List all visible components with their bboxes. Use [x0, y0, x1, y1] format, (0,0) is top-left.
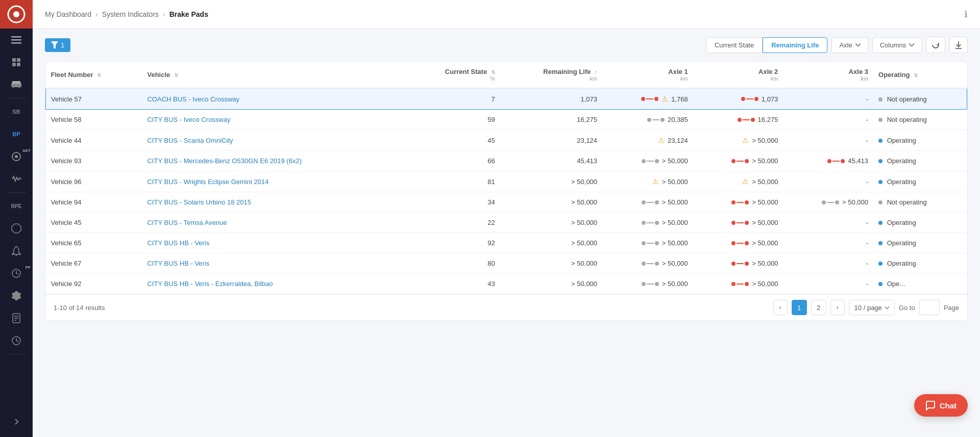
sidebar-item-aet[interactable]: AET [0, 145, 33, 168]
vehicle-cell[interactable]: CITY BUS - Solaris Urbino 18 2015 [142, 192, 404, 213]
main-content: My Dashboard › System Indicators › Brake… [33, 0, 980, 437]
axle1-value: > 50,000 [662, 280, 688, 288]
vehicle-cell[interactable]: COACH BUS - Iveco Crossway [142, 88, 404, 110]
vehicle-cell[interactable]: CITY BUS - Wrights Eclipse Gemini 2014 [142, 171, 404, 192]
axle2-value: > 50,000 [752, 219, 778, 226]
table-row[interactable]: Vehicle 58 CITY BUS - Iveco Crossway 59 … [46, 110, 967, 130]
col-remaining-life[interactable]: Remaining Life ↑ km [500, 62, 602, 88]
col-axle3[interactable]: Axle 3 km [783, 62, 873, 88]
table-row[interactable]: Vehicle 44 CITY BUS - Scania OmniCity 45… [46, 130, 967, 151]
sidebar-item-bp[interactable]: BP [0, 123, 33, 145]
col-axle1[interactable]: Axle 1 km [602, 62, 693, 88]
sidebar-item-pf[interactable]: PF [0, 262, 33, 285]
sidebar-item-bpe[interactable]: BPE [0, 195, 33, 217]
axle-gray-bar-icon [642, 221, 659, 225]
vehicle-cell[interactable]: CITY BUS HB - Veris [142, 253, 404, 274]
vehicle-cell[interactable]: CITY BUS HB - Veris [142, 233, 404, 253]
col-vehicle[interactable]: Vehicle ⇅ [142, 62, 404, 88]
axle-gray-bar-icon [822, 200, 839, 204]
operating-status-dot [878, 159, 883, 163]
svg-rect-6 [17, 58, 20, 62]
vehicle-cell[interactable]: CITY BUS - Scania OmniCity [142, 130, 404, 151]
axle1-value: 1,768 [671, 95, 688, 103]
sidebar-item-history[interactable] [0, 329, 33, 352]
table-row[interactable]: Vehicle 94 CITY BUS - Solaris Urbino 18 … [46, 192, 967, 213]
remaining-life-toggle[interactable]: Remaining Life [763, 37, 827, 53]
page-1-button[interactable]: 1 [792, 300, 807, 315]
col-axle2[interactable]: Axle 2 km [693, 62, 783, 88]
sidebar-item-map[interactable] [0, 217, 33, 240]
svg-rect-5 [12, 58, 16, 62]
axle2-cell: > 50,000 [693, 253, 783, 274]
vehicle-cell[interactable]: CITY BUS - Mercedes-Benz O530GN E6 2019 … [142, 151, 404, 171]
breadcrumb: My Dashboard › System Indicators › Brake… [45, 10, 208, 18]
vehicle-cell[interactable]: CITY BUS HB - Veris - Ezkerraldea, Bilba… [142, 274, 404, 294]
vehicle-cell[interactable]: CITY BUS - Iveco Crossway [142, 110, 404, 130]
sidebar-item-al[interactable] [0, 168, 33, 190]
axle2-value: > 50,000 [752, 198, 778, 206]
sidebar-item-reports[interactable] [0, 307, 33, 329]
axle1-value: 20,385 [668, 116, 688, 123]
operating-value: Operating [887, 260, 916, 267]
chat-button[interactable]: Chat [914, 394, 968, 417]
table-row[interactable]: Vehicle 92 CITY BUS HB - Veris - Ezkerra… [46, 274, 967, 294]
remaining-life-cell: > 50,000 [500, 253, 602, 274]
table-row[interactable]: Vehicle 45 CITY BUS - Temsa Avenue 22 > … [46, 213, 967, 233]
axle-red-bar-icon [731, 200, 749, 204]
current-state-toggle[interactable]: Current State [706, 37, 763, 53]
operating-status-dot [878, 180, 883, 184]
breadcrumb-home[interactable]: My Dashboard [45, 10, 91, 18]
sidebar-item-dashboard[interactable] [0, 51, 33, 73]
axle-gray-bar-icon [642, 282, 659, 286]
pagination: 1-10 of 14 results ‹ 1 2 › 10 / page Go … [45, 294, 967, 320]
axle-red-bar-icon [827, 159, 845, 163]
axle-red-bar-icon [731, 159, 749, 163]
operating-status-dot [878, 118, 883, 122]
page-2-button[interactable]: 2 [811, 300, 826, 315]
svg-point-1 [13, 11, 19, 17]
columns-dropdown[interactable]: Columns [872, 37, 922, 53]
next-page-button[interactable]: › [830, 300, 845, 315]
axle3-value: - [866, 280, 868, 288]
filter-button[interactable]: 1 [45, 38, 70, 52]
table-row[interactable]: Vehicle 96 CITY BUS - Wrights Eclipse Ge… [46, 171, 967, 192]
axle1-cell: ⚠ > 50,000 [602, 171, 693, 192]
fleet-number-cell: Vehicle 44 [46, 130, 142, 151]
per-page-dropdown[interactable]: 10 / page [849, 300, 895, 315]
vehicle-cell[interactable]: CITY BUS - Temsa Avenue [142, 213, 404, 233]
operating-cell: Operating [873, 130, 967, 151]
sidebar-item-bell[interactable] [0, 240, 33, 262]
menu-toggle-button[interactable] [0, 29, 33, 51]
prev-page-button[interactable]: ‹ [773, 300, 788, 315]
refresh-button[interactable] [926, 37, 945, 53]
axle1-cell: ⚠ 1,768 [602, 88, 693, 110]
info-icon[interactable]: ℹ [964, 9, 968, 19]
col-current-state[interactable]: Current State ⇅ % [404, 62, 500, 88]
svg-point-12 [18, 86, 20, 88]
table-row[interactable]: Vehicle 93 CITY BUS - Mercedes-Benz O530… [46, 151, 967, 171]
sidebar-item-vehicles[interactable] [0, 73, 33, 96]
app-logo[interactable] [0, 0, 33, 29]
axle-dropdown[interactable]: Axle [831, 37, 868, 53]
breadcrumb-system[interactable]: System Indicators [102, 10, 159, 18]
axle-red-bar-icon [641, 97, 658, 101]
download-button[interactable] [949, 37, 968, 53]
fleet-number-cell: Vehicle 67 [46, 253, 142, 274]
sidebar-item-sb[interactable]: SB [0, 100, 33, 123]
axle1-cell: > 50,000 [602, 233, 693, 253]
sidebar-item-settings[interactable] [0, 285, 33, 307]
data-table-container: Fleet Number ⇅ Vehicle ⇅ Current State ⇅… [45, 61, 968, 321]
col-operating[interactable]: Operating ⇅ [873, 62, 967, 88]
operating-status-dot [878, 200, 883, 204]
table-row[interactable]: Vehicle 65 CITY BUS HB - Veris 92 > 50,0… [46, 233, 967, 253]
sidebar-expand-button[interactable] [0, 410, 33, 433]
fleet-number-cell: Vehicle 94 [46, 192, 142, 213]
axle2-cell: > 50,000 [693, 274, 783, 294]
axle1-value: > 50,000 [662, 178, 688, 186]
axle2-value: > 50,000 [752, 260, 778, 267]
table-row[interactable]: Vehicle 67 CITY BUS HB - Veris 80 > 50,0… [46, 253, 967, 274]
svg-marker-23 [51, 41, 58, 48]
table-row[interactable]: Vehicle 57 COACH BUS - Iveco Crossway 7 … [46, 88, 967, 110]
goto-input[interactable] [919, 300, 940, 315]
col-fleet-number[interactable]: Fleet Number ⇅ [46, 62, 142, 88]
